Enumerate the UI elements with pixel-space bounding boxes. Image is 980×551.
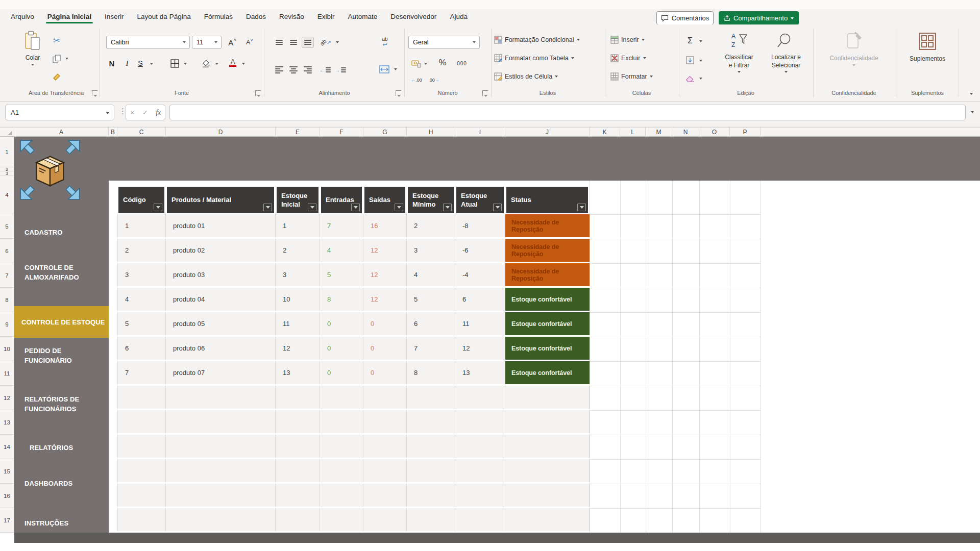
cell-estoque_inicial[interactable]	[276, 484, 320, 507]
cell-estoque_minimo[interactable]: 2	[407, 214, 455, 237]
row-header-15[interactable]: 15	[0, 459, 14, 484]
fill-color-button[interactable]	[200, 57, 212, 69]
cell-saidas[interactable]: 0	[363, 312, 407, 335]
cell-estoque_minimo[interactable]	[407, 435, 455, 458]
cell-status[interactable]: Estoque confortável	[505, 361, 590, 384]
delete-cells-button[interactable]: Excluir	[610, 54, 646, 62]
cell-entradas[interactable]	[320, 459, 363, 482]
cell-entradas[interactable]	[320, 435, 363, 458]
cell-estoque_atual[interactable]	[455, 459, 505, 482]
cell-produto[interactable]: produto 07	[166, 361, 276, 384]
cell-codigo[interactable]: 7	[117, 361, 166, 384]
share-button[interactable]: Compartilhamento	[719, 11, 799, 25]
column-header-h[interactable]: H	[407, 128, 455, 137]
font-color-button[interactable]: A	[227, 56, 239, 68]
column-header-c[interactable]: C	[117, 128, 166, 137]
underline-button[interactable]: S	[136, 57, 145, 69]
row-header-6[interactable]: 6	[0, 239, 14, 263]
align-middle-button[interactable]	[287, 37, 300, 48]
row-header-9[interactable]: 9	[0, 312, 14, 337]
cell-entradas[interactable]: 5	[320, 263, 363, 286]
cell-estoque_atual[interactable]: 11	[455, 312, 505, 335]
column-header-i[interactable]: I	[455, 128, 505, 137]
sort-filter-button[interactable]: A Z Classificar e Filtrar	[716, 32, 763, 73]
column-header-f[interactable]: F	[320, 128, 363, 137]
decrease-indent-button[interactable]: ←	[319, 64, 331, 76]
filter-dropdown-button[interactable]	[154, 204, 162, 211]
column-header-p[interactable]: P	[730, 128, 761, 137]
sidebar-item-dashboards[interactable]: DASHBOARDS	[14, 475, 109, 491]
cell-status[interactable]: Estoque confortável	[505, 337, 590, 360]
cell-status[interactable]: Estoque confortável	[505, 312, 590, 335]
clear-button[interactable]	[684, 72, 696, 85]
cell-estoque_atual[interactable]	[455, 386, 505, 409]
row-header-16[interactable]: 16	[0, 484, 14, 508]
cancel-icon[interactable]: ×	[130, 108, 135, 117]
row-header-17[interactable]: 17	[0, 508, 14, 533]
filter-dropdown-button[interactable]	[263, 204, 272, 211]
row-header-12[interactable]: 12	[0, 386, 14, 410]
cell-estoque_minimo[interactable]: 7	[407, 337, 455, 360]
expand-formula-bar-icon[interactable]	[971, 111, 974, 113]
cell-codigo[interactable]: 4	[117, 288, 166, 311]
menu-tab-automate[interactable]: Automate	[341, 9, 384, 24]
cell-estoque_inicial[interactable]	[276, 386, 320, 409]
font-dialog-launcher[interactable]	[255, 90, 261, 96]
cell-saidas[interactable]	[363, 508, 407, 531]
column-header-k[interactable]: K	[590, 128, 620, 137]
borders-button[interactable]	[168, 57, 181, 69]
autosum-button[interactable]: Σ	[684, 35, 696, 47]
cell-estoque_atual[interactable]: -4	[455, 263, 505, 286]
cell-codigo[interactable]	[117, 508, 166, 531]
cell-codigo[interactable]: 5	[117, 312, 166, 335]
row-header-13[interactable]: 13	[0, 410, 14, 435]
cell-status[interactable]	[505, 435, 590, 458]
fill-dropdown-icon[interactable]	[699, 60, 702, 62]
cell-entradas[interactable]	[320, 410, 363, 433]
orientation-button[interactable]: ab ↗	[319, 37, 332, 48]
number-dialog-launcher[interactable]	[482, 90, 488, 96]
cell-estoque_minimo[interactable]	[407, 410, 455, 433]
column-header-n[interactable]: N	[672, 128, 699, 137]
sidebar-item-instrucoes[interactable]: INSTRUÇÕES	[14, 515, 109, 531]
column-header-l[interactable]: L	[620, 128, 646, 137]
cell-produto[interactable]	[166, 410, 276, 433]
merge-dropdown-icon[interactable]	[394, 68, 397, 70]
column-header-d[interactable]: D	[166, 128, 276, 137]
column-header-j[interactable]: J	[505, 128, 590, 137]
row-header-1[interactable]: 1	[0, 137, 14, 167]
conditional-formatting-button[interactable]: Formatação Condicional	[494, 36, 580, 44]
column-header-o[interactable]: O	[699, 128, 730, 137]
cell-codigo[interactable]: 1	[117, 214, 166, 237]
percent-style-button[interactable]: %	[436, 56, 449, 69]
cell-estoque_minimo[interactable]	[407, 484, 455, 507]
italic-button[interactable]: I	[122, 57, 132, 69]
cell-status[interactable]	[505, 410, 590, 433]
row-header-8[interactable]: 8	[0, 288, 14, 312]
sidebar-item-cadastro[interactable]: CADASTRO	[14, 224, 109, 240]
cell-codigo[interactable]	[117, 484, 166, 507]
row-header-7[interactable]: 7	[0, 263, 14, 288]
cell-estoque_atual[interactable]: 12	[455, 337, 505, 360]
menu-tab-revisao[interactable]: Revisão	[273, 9, 311, 24]
menu-tab-inserir[interactable]: Inserir	[98, 9, 131, 24]
cell-estoque_inicial[interactable]: 3	[276, 263, 320, 286]
menu-tab-dados[interactable]: Dados	[239, 9, 273, 24]
row-header-2[interactable]: 2	[0, 167, 14, 171]
font-color-dropdown-icon[interactable]	[242, 63, 245, 65]
cut-button[interactable]: ✂	[51, 35, 62, 46]
cell-status[interactable]	[505, 508, 590, 531]
menu-tab-arquivo[interactable]: Arquivo	[4, 9, 41, 24]
cell-estoque_minimo[interactable]: 5	[407, 288, 455, 311]
menu-tab-desenvolvedor[interactable]: Desenvolvedor	[384, 9, 443, 24]
wrap-text-button[interactable]: ab ↩	[378, 35, 392, 49]
cell-saidas[interactable]: 12	[363, 263, 407, 286]
find-select-button[interactable]: Localizar e Selecionar	[763, 32, 810, 73]
fill-color-dropdown-icon[interactable]	[215, 63, 218, 65]
row-header-10[interactable]: 10	[0, 337, 14, 361]
number-format-select[interactable]: Geral	[408, 36, 480, 49]
cell-estoque_inicial[interactable]: 11	[276, 312, 320, 335]
cell-status[interactable]	[505, 484, 590, 507]
copy-button[interactable]	[51, 53, 62, 64]
fill-button[interactable]	[684, 54, 696, 66]
